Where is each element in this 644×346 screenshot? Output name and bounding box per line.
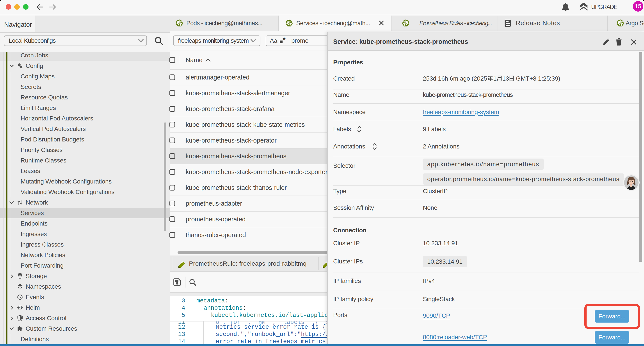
svg-text:HELM: HELM — [18, 307, 22, 308]
